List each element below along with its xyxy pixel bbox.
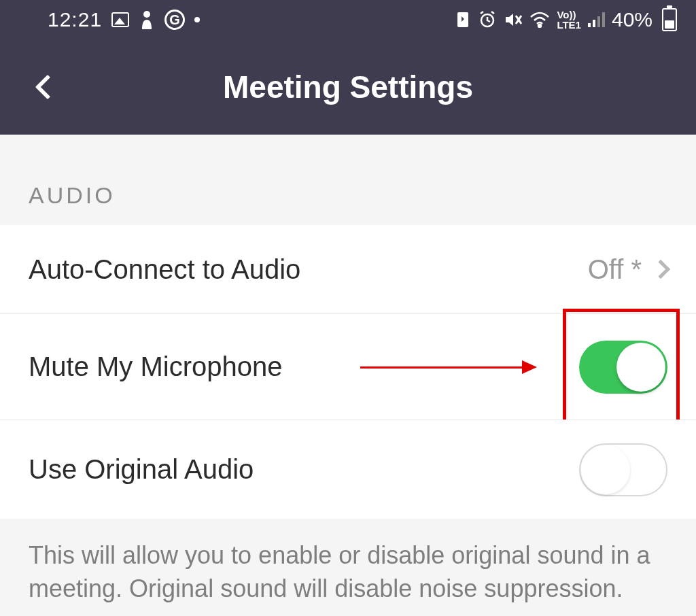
svg-point-3 <box>538 24 541 27</box>
image-icon <box>111 12 129 27</box>
original-audio-description: This will allow you to enable or disable… <box>0 519 696 616</box>
svg-point-0 <box>143 11 150 18</box>
toggle-knob <box>616 343 665 392</box>
page-title: Meeting Settings <box>0 69 696 105</box>
mute-microphone-toggle[interactable] <box>579 341 667 394</box>
mute-vibrate-icon <box>504 10 523 29</box>
wifi-icon <box>529 12 550 28</box>
status-right: Vo)) LTE1 40% <box>455 8 677 31</box>
row-mute-microphone: Mute My Microphone <box>0 313 696 420</box>
section-header-audio: AUDIO <box>0 135 696 225</box>
battery-text: 40% <box>612 8 652 31</box>
status-left: 12:21 G <box>48 8 200 31</box>
signal-icon <box>588 12 605 27</box>
notification-dot-icon <box>194 17 200 22</box>
title-bar: Meeting Settings <box>0 39 696 135</box>
app-icon <box>139 10 155 29</box>
toggle-knob <box>581 445 630 494</box>
row-value: Off * <box>588 254 642 285</box>
lte-label: Vo)) LTE1 <box>557 10 581 30</box>
alarm-icon <box>478 10 497 29</box>
chevron-left-icon <box>35 75 60 100</box>
status-time: 12:21 <box>48 8 102 31</box>
back-button[interactable] <box>27 67 68 107</box>
recycling-icon <box>455 11 471 29</box>
chevron-right-icon <box>651 260 670 279</box>
row-use-original-audio: Use Original Audio <box>0 420 696 519</box>
row-label: Mute My Microphone <box>29 352 579 382</box>
row-auto-connect-audio[interactable]: Auto-Connect to Audio Off * <box>0 225 696 313</box>
battery-icon <box>662 8 677 31</box>
status-bar: 12:21 G Vo)) LTE1 40% <box>0 0 696 39</box>
row-label: Use Original Audio <box>29 454 579 485</box>
original-audio-toggle[interactable] <box>579 443 667 496</box>
google-icon: G <box>164 10 185 30</box>
row-label: Auto-Connect to Audio <box>29 254 588 285</box>
content: AUDIO Auto-Connect to Audio Off * Mute M… <box>0 135 696 616</box>
